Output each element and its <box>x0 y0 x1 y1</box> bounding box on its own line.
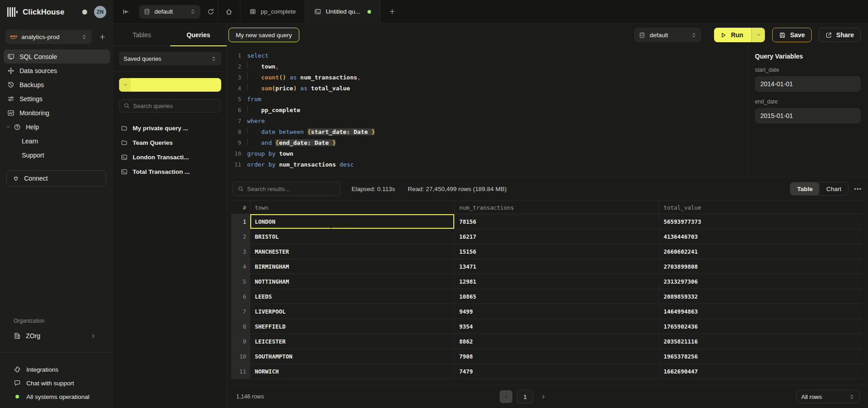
collapse-sidebar-button[interactable] <box>119 5 133 19</box>
cell-town[interactable]: LEEDS <box>250 289 455 304</box>
query-list-item-my-private-query[interactable]: My private query ... <box>119 121 221 135</box>
cell-num-transactions[interactable]: 9354 <box>455 319 659 334</box>
cell-num-transactions[interactable]: 78156 <box>455 214 659 229</box>
previous-page-button[interactable] <box>500 390 512 403</box>
page-number-input[interactable] <box>517 390 533 403</box>
page-size-selector[interactable]: All rows <box>796 390 860 403</box>
column-header-index[interactable]: # <box>231 201 250 214</box>
cell-num-transactions[interactable]: 7908 <box>455 349 659 364</box>
table-row[interactable]: 5NOTTINGHAM129812313297306 <box>231 274 863 289</box>
table-row[interactable]: 9LEICESTER88622035821116 <box>231 334 863 349</box>
next-page-button[interactable] <box>538 391 549 402</box>
variable-input-start-date[interactable] <box>755 76 861 92</box>
sidebar-footer-chat-with-support[interactable]: Chat with support <box>0 376 114 390</box>
cell-total-value[interactable]: 56593977373 <box>659 214 863 229</box>
column-header-town[interactable]: town <box>250 201 455 214</box>
saved-queries-filter[interactable]: Saved queries <box>119 52 221 65</box>
cell-num-transactions[interactable]: 12981 <box>455 274 659 289</box>
search-queries-input[interactable] <box>133 103 217 109</box>
cell-total-value[interactable]: 1965378256 <box>659 349 863 364</box>
cell-town[interactable]: LEICESTER <box>250 334 455 349</box>
search-results-input[interactable] <box>247 186 336 192</box>
sidebar-item-data-sources[interactable]: Data sources <box>4 64 110 78</box>
table-row[interactable]: 4BIRMINGHAM134712703899808 <box>231 259 863 274</box>
avatar[interactable]: ZN <box>94 6 106 18</box>
cell-total-value[interactable]: 2703899808 <box>659 259 863 274</box>
cell-total-value[interactable]: 4136446703 <box>659 229 863 244</box>
cell-total-value[interactable]: 2035821116 <box>659 334 863 349</box>
run-options-caret[interactable] <box>751 28 765 42</box>
tab-queries[interactable]: Queries <box>170 24 227 46</box>
sidebar-item-support[interactable]: Support <box>4 148 110 162</box>
cell-total-value[interactable]: 1662690447 <box>659 364 863 379</box>
code-line[interactable]: 8date between {start_date: Date } <box>227 127 747 138</box>
sidebar-item-settings[interactable]: Settings <box>4 92 110 106</box>
column-header-total-value[interactable]: total_value <box>659 201 863 214</box>
save-button[interactable]: Save <box>772 28 812 42</box>
run-button[interactable]: Run <box>714 28 765 42</box>
table-row[interactable]: 8SHEFFIELD93541765902436 <box>231 319 863 334</box>
cell-total-value[interactable]: 1765902436 <box>659 319 863 334</box>
code-line[interactable]: 11order by num_transactions desc <box>227 159 747 170</box>
organization-switcher[interactable]: ZOrg <box>0 329 114 343</box>
sql-editor[interactable]: 1select2town,3count() as num_transaction… <box>227 46 747 177</box>
table-row[interactable]: 7LIVERPOOL94991464994863 <box>231 304 863 319</box>
cell-town[interactable]: MANCHESTER <box>250 244 455 259</box>
query-list-item-london-transacti[interactable]: London Transacti... <box>119 150 221 164</box>
table-row[interactable]: 2BRISTOL162174136446703 <box>231 229 863 244</box>
new-query-caret[interactable] <box>119 78 131 92</box>
sidebar-item-help[interactable]: Help <box>4 120 110 134</box>
table-row[interactable]: 3MANCHESTER151562660602241 <box>231 244 863 259</box>
cell-num-transactions[interactable]: 9499 <box>455 304 659 319</box>
cell-num-transactions[interactable]: 7479 <box>455 364 659 379</box>
code-line[interactable]: 7where <box>227 116 747 127</box>
notification-dot-icon[interactable] <box>82 10 87 15</box>
more-options-button[interactable]: ••• <box>854 186 862 192</box>
saved-query-tab[interactable]: My new saved query <box>228 28 299 42</box>
home-button[interactable] <box>222 5 236 19</box>
sidebar-footer-all-systems-operational[interactable]: All systems operational <box>0 390 114 403</box>
connect-button[interactable]: Connect <box>6 170 106 187</box>
cell-num-transactions[interactable]: 16217 <box>455 229 659 244</box>
column-header-num-transactions[interactable]: num_transactions <box>455 201 659 214</box>
cell-town[interactable]: BIRMINGHAM <box>250 259 455 274</box>
table-row[interactable]: 10SOUTHAMPTON79081965378256 <box>231 349 863 364</box>
code-line[interactable]: 10group by town <box>227 148 747 159</box>
refresh-button[interactable] <box>204 5 218 19</box>
cell-total-value[interactable]: 2313297306 <box>659 274 863 289</box>
database-selector[interactable]: default <box>139 5 200 19</box>
cell-total-value[interactable]: 2660602241 <box>659 244 863 259</box>
view-tab-table[interactable]: Table <box>790 182 819 195</box>
sidebar-item-learn[interactable]: Learn <box>4 134 110 148</box>
sidebar-footer-integrations[interactable]: Integrations <box>0 363 114 376</box>
code-line[interactable]: 5from <box>227 94 747 105</box>
code-line[interactable]: 2town, <box>227 61 747 72</box>
code-line[interactable]: 6pp_complete <box>227 105 747 116</box>
sidebar-item-monitoring[interactable]: Monitoring <box>4 106 110 120</box>
code-line[interactable]: 9and {end_date: Date } <box>227 138 747 148</box>
sidebar-item-sql-console[interactable]: SQL Console <box>4 49 110 64</box>
cell-town[interactable]: LIVERPOOL <box>250 304 455 319</box>
cell-num-transactions[interactable]: 13471 <box>455 259 659 274</box>
add-service-button[interactable] <box>96 31 108 43</box>
cell-num-transactions[interactable]: 15156 <box>455 244 659 259</box>
new-tab-button[interactable] <box>385 5 399 19</box>
code-line[interactable]: 1select <box>227 50 747 61</box>
new-query-button[interactable]: New query <box>119 78 221 92</box>
view-tab-chart[interactable]: Chart <box>819 182 848 195</box>
cell-total-value[interactable]: 1464994863 <box>659 304 863 319</box>
cell-town[interactable]: SOUTHAMPTON <box>250 349 455 364</box>
cell-total-value[interactable]: 2089859332 <box>659 289 863 304</box>
code-line[interactable]: 3count() as num_transactions, <box>227 72 747 83</box>
query-list-item-team-queries[interactable]: Team Queries <box>119 135 221 150</box>
cell-num-transactions[interactable]: 10865 <box>455 289 659 304</box>
cell-town[interactable]: NORWICH <box>250 364 455 379</box>
run-database-selector[interactable]: default <box>634 28 701 42</box>
table-row[interactable]: 11NORWICH74791662690447 <box>231 364 863 379</box>
variable-input-end-date[interactable] <box>755 108 861 123</box>
tab-tables[interactable]: Tables <box>114 24 170 46</box>
cell-town[interactable]: NOTTINGHAM <box>250 274 455 289</box>
code-line[interactable]: 4sum(price) as total_value <box>227 83 747 94</box>
topbar-tab-pp-complete[interactable]: pp_complete <box>240 0 305 24</box>
table-row[interactable]: 1LONDON7815656593977373 <box>231 214 863 229</box>
